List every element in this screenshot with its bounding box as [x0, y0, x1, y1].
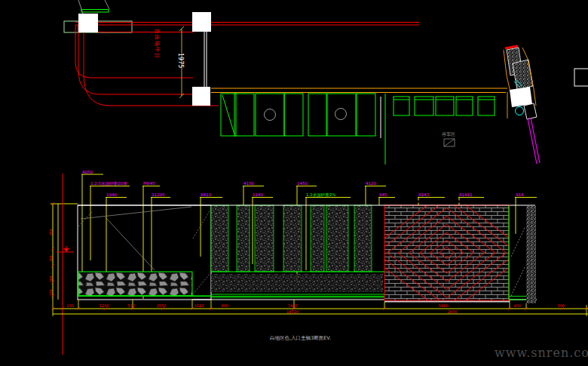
- bottom-dim: 450: [513, 303, 521, 308]
- leader-label: 845: [379, 192, 387, 197]
- edge-box: [574, 69, 588, 86]
- area-label: 停车区: [442, 131, 455, 137]
- leader-label: 8413: [201, 192, 211, 197]
- left-dim: 300: [49, 255, 53, 262]
- road-edges: [75, 23, 419, 106]
- bottom-dim: 7460: [288, 303, 298, 308]
- green-bar: [81, 10, 109, 13]
- column-2: [192, 12, 211, 32]
- parking-squares: [394, 97, 495, 115]
- left-dim: 450: [49, 229, 53, 235]
- total-dim: 14720: [286, 309, 299, 314]
- plan-view: 自由场中日 1975: [64, 0, 588, 165]
- dim-1975-text: 1975: [177, 53, 184, 68]
- leader-label: 4150: [243, 181, 254, 186]
- leader-label: 81411: [459, 192, 473, 197]
- planter-modules: [221, 94, 375, 136]
- bottom-dim: 150: [66, 303, 74, 308]
- stone-column: [526, 206, 536, 303]
- bottom-dim: 900: [221, 303, 228, 308]
- leader-labels: 4050 1:2.5水泥砂浆20厚 1940 PW45 11295 8413 4…: [82, 170, 524, 198]
- bottom-dim: 510: [127, 303, 135, 308]
- rubble-base: [78, 272, 192, 296]
- plan-dimension-1975: 1975: [177, 26, 184, 98]
- leader-label: 1940: [106, 192, 117, 197]
- brick-diamond-wall: [365, 191, 529, 315]
- projection-lines: [511, 226, 525, 296]
- tree-circle: [265, 109, 276, 121]
- left-dim: 150: [49, 289, 53, 296]
- column-3: [192, 87, 210, 106]
- total-dim: 2600: [448, 309, 458, 314]
- legend-box: [444, 139, 455, 146]
- leader-label: PW45: [143, 181, 155, 186]
- leader-label: 8143: [418, 192, 429, 197]
- construction-lines: [78, 0, 109, 14]
- granite-pillars: [211, 205, 372, 272]
- elevation-view: 4050 1:2.5水泥砂浆20厚 1940 PW45 11295 8413 4…: [49, 170, 588, 355]
- leader-label: 814: [516, 192, 524, 197]
- road-label: 自由场中日: [154, 29, 160, 59]
- leader-label: 1450: [297, 181, 308, 186]
- gravel-band: [211, 274, 383, 292]
- leader-label: 4050: [82, 170, 93, 174]
- tree-circle: [335, 109, 347, 120]
- drawing-caption: 白地区色,入口主轴3断面EV.: [270, 335, 331, 341]
- leader-label: 1:2.5水泥砂浆20厚: [90, 181, 127, 186]
- column-link-lines: [204, 32, 207, 87]
- bottom-dim: 2550: [157, 303, 167, 308]
- bottom-dim: 5480: [439, 303, 449, 308]
- left-dim: 300: [49, 275, 53, 282]
- cad-drawing: 自由场中日 1975: [0, 0, 588, 366]
- stair-assembly: [504, 46, 540, 164]
- watermark-text: www.snren.com: [495, 346, 588, 360]
- column-1: [78, 14, 98, 32]
- kerb-lines: [211, 88, 507, 93]
- leader-label: 11295: [152, 192, 165, 197]
- bottom-dim: 300: [557, 303, 565, 308]
- leader-label-green: 1:2水泥砂浆2%: [306, 192, 336, 198]
- leader-label: 4120: [366, 181, 376, 186]
- left-dim-chain: 450 300 300 150: [49, 174, 78, 355]
- bottom-dim: 1200: [100, 303, 109, 308]
- bottom-dim: 1520: [194, 303, 204, 308]
- leader-label: 1140: [253, 192, 263, 197]
- cad-viewport: 自由场中日 1975: [0, 0, 588, 366]
